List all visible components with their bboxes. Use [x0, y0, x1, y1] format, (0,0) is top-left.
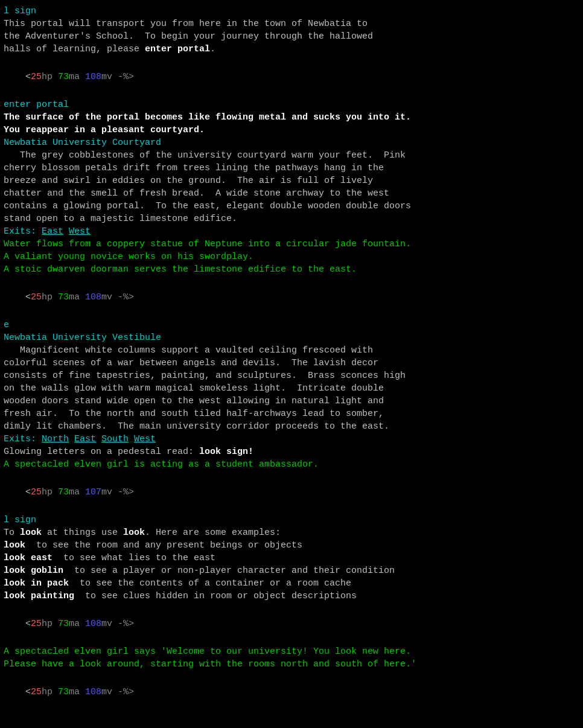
desc-courtyard-1: The grey cobblestones of the university … [4, 149, 579, 162]
hp-value-5: 25 [31, 687, 42, 697]
command-enter-portal: enter portal [4, 98, 579, 111]
mv-value-2: 108 [85, 292, 101, 302]
portal-effect-2: You reappear in a pleasant courtyard. [4, 124, 579, 136]
exits-label: Exits: [4, 226, 42, 237]
desc-novice: A valiant young novice works on his swor… [4, 251, 579, 263]
command-l-sign-2: l sign [4, 514, 579, 526]
block-3: e Newbatia University Vestibule Magnific… [4, 319, 579, 471]
look-example-east: look east to see what lies to the east [4, 552, 579, 564]
look-keyword-2: look [123, 528, 145, 538]
ma-value-3: 73 [58, 487, 69, 497]
look-cmd-1: look [4, 540, 25, 551]
block-2: enter portal The surface of the portal b… [4, 98, 579, 276]
hp-label: hp [42, 72, 58, 82]
block-4: l sign To look at things use look. Here … [4, 514, 579, 602]
room-name-vestibule: Newbatia University Vestibule [4, 331, 579, 344]
desc-vestibule-3: consists of fine tapestries, painting, a… [4, 369, 579, 382]
block-5: A spectacled elven girl says 'Welcome to… [4, 645, 579, 671]
hp-label-2: hp [42, 292, 58, 302]
exit-east-vestibule[interactable]: East [74, 434, 96, 444]
look-help-intro: To look at things use look. Here are som… [4, 526, 579, 539]
prompt-5: <25hp 73ma 108mv -%> [4, 673, 579, 711]
exit-west-vestibule[interactable]: West [134, 434, 156, 444]
ma-label: ma [69, 72, 85, 82]
hp-value-3: 25 [31, 487, 42, 497]
elven-girl-speech-2: Please have a look around, starting with… [4, 658, 579, 671]
terminal-output: l sign This portal will transport you fr… [4, 5, 579, 711]
sign-command: look sign! [199, 447, 253, 457]
exits-label-v: Exits: [4, 434, 42, 444]
desc-courtyard-6: stand open to a majestic limestone edifi… [4, 212, 579, 225]
ma-value-2: 73 [58, 292, 69, 302]
portal-effect-1: The surface of the portal becomes like f… [4, 111, 579, 124]
sign-line: Glowing letters on a pedestal read: look… [4, 445, 579, 458]
hp-value: 25 [31, 72, 42, 82]
exit-east-courtyard[interactable]: East [42, 226, 63, 237]
mv-value-5: 108 [85, 687, 101, 697]
room-name-courtyard: Newbatia University Courtyard [4, 136, 579, 149]
desc-courtyard-3: breeze and swirl in eddies on the ground… [4, 174, 579, 187]
exit-north-vestibule[interactable]: North [42, 434, 69, 444]
desc-fountain: Water flows from a coppery statue of Nep… [4, 238, 579, 251]
mv-value: 108 [85, 72, 101, 82]
hp-value-2: 25 [31, 292, 42, 302]
mv-label-4: mv -%> [101, 619, 134, 629]
desc-vestibule-4: on the walls glow with warm magical smok… [4, 382, 579, 395]
ma-value-4: 73 [58, 619, 69, 629]
mv-label-2: mv -%> [101, 292, 134, 302]
line-portal-3: halls of learning, please enter portal. [4, 43, 579, 56]
desc-courtyard-5: contains a glowing portal. To the east, … [4, 200, 579, 212]
prompt-1: <25hp 73ma 108mv -%> [4, 58, 579, 96]
prompt-4: <25hp 73ma 108mv -%> [4, 605, 579, 643]
look-cmd-4: look in pack [4, 578, 69, 589]
hp-label-3: hp [42, 487, 58, 497]
ma-value: 73 [58, 72, 69, 82]
look-keyword-1: look [20, 528, 42, 538]
ma-label-2: ma [69, 292, 85, 302]
mv-value-3: 107 [85, 487, 101, 497]
hp-label-5: hp [42, 687, 58, 697]
exit-west-courtyard[interactable]: West [69, 226, 91, 237]
desc-elven-girl: A spectacled elven girl is acting as a s… [4, 458, 579, 471]
hp-label-4: hp [42, 619, 58, 629]
desc-doorman: A stoic dwarven doorman serves the limes… [4, 263, 579, 276]
exits-vestibule: Exits: North East South West [4, 433, 579, 445]
desc-vestibule-7: dimly lit chambers. The main university … [4, 420, 579, 433]
desc-vestibule-6: fresh air. To the north and south tiled … [4, 407, 579, 420]
prompt-2: <25hp 73ma 108mv -%> [4, 278, 579, 316]
exit-south-vestibule[interactable]: South [101, 434, 129, 444]
line-portal-2: the Adventurer's School. To begin your j… [4, 30, 579, 43]
desc-vestibule-5: wooden doors stand wide open to the west… [4, 395, 579, 407]
desc-vestibule-1: Magnificent white columns support a vaul… [4, 344, 579, 357]
look-cmd-3: look goblin [4, 566, 63, 576]
desc-vestibule-2: colorful scenes of a war between angels … [4, 357, 579, 369]
desc-courtyard-2: cherry blossom petals drift from trees l… [4, 162, 579, 174]
ma-label-3: ma [69, 487, 85, 497]
desc-courtyard-4: chatter and the smell of fresh bread. A … [4, 187, 579, 200]
ma-value-5: 73 [58, 687, 69, 697]
mv-label-5: mv -%> [101, 687, 134, 697]
mv-value-4: 108 [85, 619, 101, 629]
block-1: l sign This portal will transport you fr… [4, 5, 579, 56]
look-example-goblin: look goblin to see a player or non-playe… [4, 564, 579, 577]
look-example-pack: look in pack to see the contents of a co… [4, 577, 579, 590]
command-l-sign: l sign [4, 5, 579, 18]
enter-portal-text: enter portal [145, 44, 210, 54]
look-example-painting: look painting to see clues hidden in roo… [4, 590, 579, 602]
prompt-3: <25hp 73ma 107mv -%> [4, 473, 579, 511]
line-portal-1: This portal will transport you from here… [4, 18, 579, 30]
ma-label-5: ma [69, 687, 85, 697]
look-cmd-5: look painting [4, 591, 74, 601]
elven-girl-speech-1: A spectacled elven girl says 'Welcome to… [4, 645, 579, 658]
mv-label: mv -%> [101, 72, 134, 82]
mv-label-3: mv -%> [101, 487, 134, 497]
ma-label-4: ma [69, 619, 85, 629]
look-cmd-2: look east [4, 553, 53, 563]
exits-courtyard: Exits: East West [4, 225, 579, 238]
hp-value-4: 25 [31, 619, 42, 629]
command-e: e [4, 319, 579, 331]
look-example-look: look to see the room and any present bei… [4, 539, 579, 552]
